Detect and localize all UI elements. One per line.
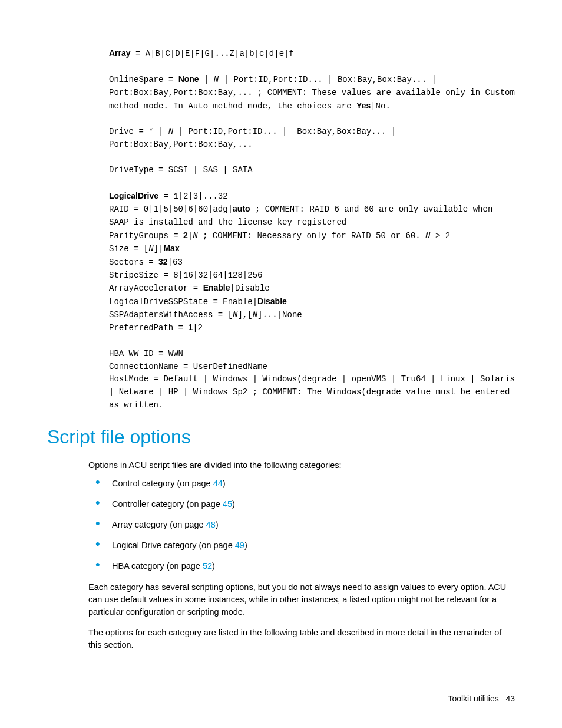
- page-number: 43: [505, 694, 515, 703]
- intro-paragraph: Options in ACU script files are divided …: [88, 459, 515, 472]
- section-heading: Script file options: [47, 423, 515, 450]
- page-link[interactable]: 49: [235, 541, 244, 550]
- enable-keyword: Enable: [203, 283, 230, 292]
- disable-keyword: Disable: [257, 297, 287, 306]
- array-keyword: Array: [109, 48, 131, 58]
- page-footer: Toolkit utilities 43: [448, 693, 515, 704]
- yes-keyword: Yes: [356, 101, 371, 110]
- page-link[interactable]: 44: [213, 479, 223, 488]
- auto-keyword: auto: [233, 204, 250, 213]
- list-item: Controller category (on page 45): [88, 498, 515, 510]
- page-content: Array = A|B|C|D|E|F|G|...Z|a|b|c|d|e|f O…: [0, 0, 562, 651]
- page-link[interactable]: 52: [203, 561, 212, 571]
- list-item: Array category (on page 48): [88, 519, 515, 531]
- body-paragraph: The options for each category are listed…: [88, 627, 515, 651]
- footer-text: Toolkit utilities: [448, 694, 498, 703]
- none-keyword: None: [178, 74, 199, 84]
- page-link[interactable]: 48: [206, 520, 216, 529]
- list-item: Logical Drive category (on page 49): [88, 539, 515, 552]
- list-item: HBA category (on page 52): [88, 560, 515, 572]
- list-item: Control category (on page 44): [88, 477, 515, 490]
- max-keyword: Max: [163, 243, 179, 253]
- code-block: Array = A|B|C|D|E|F|G|...Z|a|b|c|d|e|f O…: [109, 47, 515, 411]
- page-link[interactable]: 45: [223, 499, 232, 509]
- body-paragraph: Each category has several scripting opti…: [88, 581, 515, 618]
- logicaldrive-keyword: LogicalDrive: [109, 191, 158, 200]
- category-list: Control category (on page 44) Controller…: [88, 477, 515, 572]
